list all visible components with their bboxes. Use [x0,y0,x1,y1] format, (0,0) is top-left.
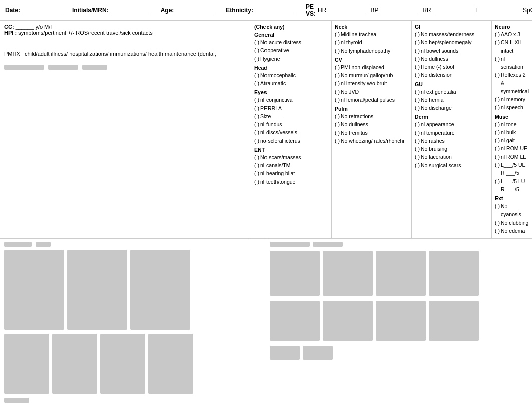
bp-value[interactable] [380,7,420,14]
check-bracket[interactable]: ( ) [415,38,420,46]
gi-item-1-text: No hep/splenomegaly [421,38,472,46]
general-item-2-text: Hygiene [260,55,280,63]
check-bracket[interactable]: ( ) [415,153,420,161]
derm-item-2: ( ) No rashes [415,137,488,145]
check-bracket[interactable]: ( ) [495,177,500,185]
lower-left-footer [4,398,261,404]
check-bracket[interactable]: ( ) [335,129,340,137]
check-bracket[interactable]: ( ) [254,55,259,63]
check-bracket[interactable]: ( ) [415,145,420,153]
check-bracket[interactable]: ( ) [254,38,259,46]
pe-vs-field: PE VS: HR BP RR T SpO2 Ht Wt BMI% [306,3,532,17]
check-bracket[interactable]: ( ) [415,96,420,104]
check-bracket[interactable]: ( ) [335,47,340,55]
check-bracket[interactable]: ( ) [254,79,259,87]
musc-item-5: ( ) L___/5 UE R ___/5 [495,161,529,177]
check-bracket[interactable]: ( ) [254,137,259,145]
check-bracket[interactable]: ( ) [415,129,420,137]
head-item-1-text: Atraumatic [260,79,286,87]
cv-header: CV [335,57,408,63]
check-bracket[interactable]: ( ) [495,30,500,38]
neuro-item-3-text: Reflexes 2+ & symmetrical [501,71,529,95]
check-bracket[interactable]: ( ) [415,88,420,96]
check-bracket[interactable]: ( ) [254,46,259,54]
check-bracket[interactable]: ( ) [254,112,259,120]
check-bracket[interactable]: ( ) [415,55,420,63]
check-bracket[interactable]: ( ) [335,137,340,145]
derm-item-1: ( ) nl temperature [415,129,488,137]
head-header: Head [254,65,328,71]
check-bracket[interactable]: ( ) [254,71,259,79]
derm-header: Derm [415,114,488,120]
check-bracket[interactable]: ( ) [254,153,259,161]
check-bracket[interactable]: ( ) [495,144,500,152]
ent-item-2-text: nl hearing bilat [260,169,295,177]
check-bracket[interactable]: ( ) [335,71,340,79]
cv-item-1: ( ) No murmur/ gallop/rub [335,71,408,79]
check-bracket[interactable]: ( ) [495,120,500,128]
check-bracket[interactable]: ( ) [415,47,420,55]
ethnicity-value[interactable] [255,7,296,14]
check-bracket[interactable]: ( ) [335,120,340,128]
pulm-item-2-text: No fremitus [341,129,368,137]
check-bracket[interactable]: ( ) [415,104,420,112]
age-value[interactable] [176,7,216,14]
check-bracket[interactable]: ( ) [254,128,259,136]
hpi-value[interactable]: symptoms/pertinent +/- ROS/recent travel… [18,30,153,36]
hr-value[interactable] [328,7,368,14]
check-bracket[interactable]: ( ) [495,95,500,103]
check-bracket[interactable]: ( ) [495,71,500,79]
pmhx-value[interactable]: child/adult illness/ hospitalizations/ i… [25,51,216,57]
lower-left [0,239,265,412]
check-bracket[interactable]: ( ) [254,104,259,112]
check-bracket[interactable]: ( ) [495,103,500,111]
check-bracket[interactable]: ( ) [254,169,259,177]
blur-ll-box-6 [100,334,145,394]
check-bracket[interactable]: ( ) [495,136,500,144]
check-bracket[interactable]: ( ) [495,219,500,227]
check-bracket[interactable]: ( ) [415,120,420,128]
check-bracket[interactable]: ( ) [335,112,340,120]
check-bracket[interactable]: ( ) [495,161,500,169]
pulm-item-1-text: No dullness [341,120,368,128]
pulm-item-3-text: No wheezing/ rales/rhonchi [341,137,404,145]
check-bracket[interactable]: ( ) [254,120,259,128]
eyes-item-1: ( ) PERRLA [254,104,328,112]
check-bracket[interactable]: ( ) [495,227,500,235]
check-bracket[interactable]: ( ) [495,38,500,46]
musc-item-4: ( ) nl ROM LE [495,153,529,161]
t-value[interactable] [481,7,521,14]
cc-value[interactable]: ______ y/o M/F [16,24,54,30]
pe-vs-label: PE VS: [306,3,316,17]
check-bracket[interactable]: ( ) [415,137,420,145]
check-bracket[interactable]: ( ) [415,161,420,169]
ext-header: Ext [495,195,529,201]
gu-item-2-text: No discharge [421,104,452,112]
neuro-item-0-text: AAO x 3 [501,30,520,38]
check-bracket[interactable]: ( ) [415,63,420,71]
check-bracket[interactable]: ( ) [335,96,340,104]
check-bracket[interactable]: ( ) [495,128,500,136]
blur-ll-box-3 [130,250,190,330]
date-value[interactable] [22,7,62,14]
initials-value[interactable] [111,7,151,14]
check-bracket[interactable]: ( ) [254,178,259,186]
check-bracket[interactable]: ( ) [254,96,259,104]
check-bracket[interactable]: ( ) [335,88,340,96]
derm-item-5-text: No surgical scars [421,161,461,169]
blur-lr-2 [313,242,343,247]
check-bracket[interactable]: ( ) [335,38,340,46]
musc-item-2: ( ) nl gait [495,136,529,144]
check-bracket[interactable]: ( ) [335,63,340,71]
check-bracket[interactable]: ( ) [495,153,500,161]
check-bracket[interactable]: ( ) [335,30,340,38]
check-bracket[interactable]: ( ) [495,202,500,210]
check-bracket[interactable]: ( ) [415,71,420,79]
blur-ll-box-7 [148,334,193,394]
check-bracket[interactable]: ( ) [495,55,500,63]
check-bracket[interactable]: ( ) [335,79,340,87]
rr-value[interactable] [433,7,473,14]
check-bracket[interactable]: ( ) [254,161,259,169]
gi-item-3: ( ) No dullness [415,55,488,63]
check-bracket[interactable]: ( ) [415,30,420,38]
